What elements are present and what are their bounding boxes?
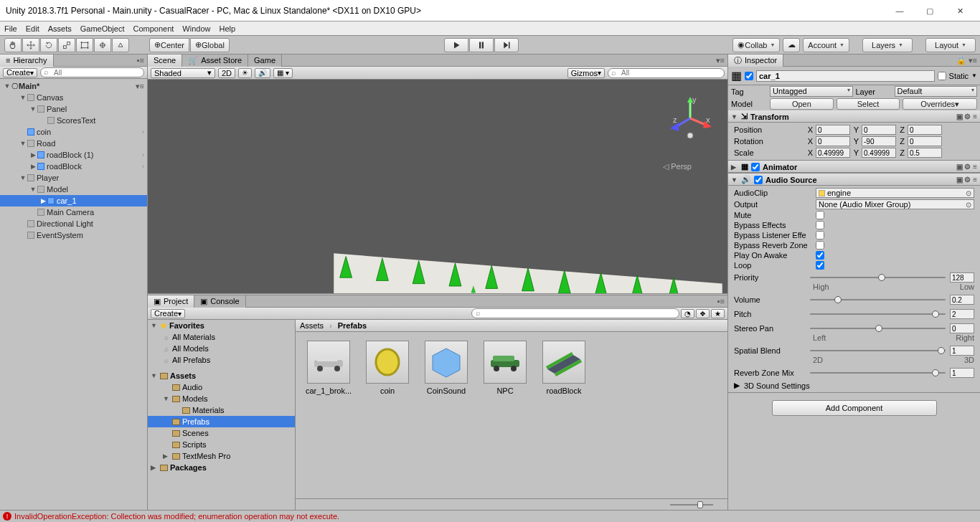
- folder-item[interactable]: Materials: [148, 404, 295, 416]
- stereo-input[interactable]: [950, 323, 974, 333]
- scene-search-input[interactable]: [608, 68, 725, 78]
- transform-tool-button[interactable]: [94, 38, 111, 52]
- pitch-slider[interactable]: [810, 313, 946, 315]
- menu-window[interactable]: Window: [182, 24, 210, 33]
- fx-toggle[interactable]: ▦ ▾: [273, 68, 293, 78]
- packages-header[interactable]: ▶Packages: [148, 462, 295, 473]
- rotation-x-input[interactable]: [816, 136, 850, 146]
- menu-component[interactable]: Component: [133, 24, 174, 33]
- hierarchy-create-button[interactable]: Create ▾: [3, 68, 37, 77]
- asset-store-tab[interactable]: 🛒 Asset Store: [182, 54, 248, 67]
- prefab-item[interactable]: roadBlock: [540, 341, 588, 395]
- menu-help[interactable]: Help: [219, 24, 235, 33]
- scale-tool-button[interactable]: [58, 38, 75, 52]
- audioclip-field[interactable]: engine: [816, 188, 974, 198]
- shading-mode-dropdown[interactable]: Shaded▾: [151, 68, 215, 78]
- pivot-center-button[interactable]: ⊕ Center: [149, 38, 189, 52]
- prefab-item[interactable]: car_1_brok...: [304, 341, 353, 395]
- hierarchy-item[interactable]: ▶roadBlock (1)›: [0, 149, 147, 161]
- favorite-item[interactable]: ⌕All Materials: [148, 331, 295, 343]
- audio-toggle[interactable]: 🔊: [255, 68, 270, 78]
- hierarchy-item[interactable]: EventSystem: [0, 229, 147, 241]
- project-thumbnail-slider[interactable]: [296, 498, 727, 510]
- project-search-input[interactable]: [471, 308, 679, 318]
- animator-enabled-checkbox[interactable]: [751, 163, 760, 171]
- assets-header[interactable]: ▼Assets: [148, 370, 295, 381]
- scale-y-input[interactable]: [862, 148, 896, 158]
- breadcrumb-item[interactable]: Assets: [300, 321, 324, 330]
- rotate-tool-button[interactable]: [40, 38, 57, 52]
- mute-checkbox[interactable]: [816, 211, 824, 219]
- audio-output-field[interactable]: None (Audio Mixer Group): [816, 199, 974, 209]
- position-y-input[interactable]: [862, 125, 896, 135]
- bypass-reverb-checkbox[interactable]: [816, 241, 824, 250]
- model-open-button[interactable]: Open: [770, 98, 834, 110]
- maximize-button[interactable]: ▢: [915, 3, 944, 19]
- gameobject-name-input[interactable]: [756, 70, 935, 82]
- audio-source-header[interactable]: ▼🔊 Audio Source▣ ⚙ ≡: [728, 174, 980, 186]
- menu-gameobject[interactable]: GameObject: [80, 24, 125, 33]
- volume-input[interactable]: [950, 295, 974, 305]
- hierarchy-item[interactable]: coin›: [0, 126, 147, 138]
- hierarchy-item[interactable]: ▼Canvas: [0, 92, 147, 103]
- scale-z-input[interactable]: [908, 148, 942, 158]
- gizmos-dropdown[interactable]: Gizmos ▾: [567, 68, 605, 78]
- project-create-button[interactable]: Create ▾: [151, 309, 185, 318]
- bypass-effects-checkbox[interactable]: [816, 221, 824, 229]
- add-component-button[interactable]: Add Component: [772, 400, 937, 416]
- folder-item[interactable]: Scenes: [148, 427, 295, 439]
- overrides-dropdown[interactable]: Overrides ▾: [903, 98, 977, 110]
- search-save-icon[interactable]: ★: [711, 309, 725, 318]
- move-tool-button[interactable]: [22, 38, 39, 52]
- favorite-item[interactable]: ⌕All Prefabs: [148, 354, 295, 366]
- scale-x-input[interactable]: [816, 148, 850, 158]
- panel-options-icon[interactable]: ▪≡: [715, 297, 727, 305]
- favorites-header[interactable]: ▼★Favorites: [148, 320, 295, 331]
- play-button[interactable]: [444, 38, 468, 52]
- folder-item-prefabs[interactable]: Prefabs: [148, 416, 295, 427]
- scene-view[interactable]: ◁ Persp yxz: [148, 80, 727, 293]
- reverb-slider[interactable]: [810, 372, 946, 374]
- mode-2d-toggle[interactable]: 2D: [218, 68, 235, 78]
- play-on-awake-checkbox[interactable]: [816, 251, 824, 260]
- stereo-slider[interactable]: [810, 328, 946, 329]
- spatial-input[interactable]: [950, 346, 974, 356]
- prefab-item[interactable]: NPC: [481, 341, 529, 395]
- hierarchy-item[interactable]: ▶roadBlock›: [0, 161, 147, 172]
- sound-3d-settings-header[interactable]: ▶3D Sound Settings: [731, 380, 977, 391]
- scene-orientation-gizmo[interactable]: yxz: [669, 97, 712, 140]
- hierarchy-item[interactable]: ▶car_1: [0, 195, 147, 207]
- layers-dropdown[interactable]: Layers: [862, 38, 913, 52]
- rotation-z-input[interactable]: [908, 136, 942, 146]
- menu-file[interactable]: File: [4, 24, 17, 33]
- loop-checkbox[interactable]: [816, 261, 824, 270]
- hierarchy-item[interactable]: ScoresText: [0, 115, 147, 126]
- model-select-button[interactable]: Select: [837, 98, 900, 110]
- audio-enabled-checkbox[interactable]: [754, 176, 763, 184]
- lighting-toggle[interactable]: ☀: [238, 68, 252, 78]
- priority-input[interactable]: [950, 272, 974, 283]
- volume-slider[interactable]: [810, 299, 946, 300]
- search-filter-icon[interactable]: ◔: [681, 309, 694, 318]
- folder-item[interactable]: ▼Models: [148, 393, 295, 404]
- spatial-slider[interactable]: [810, 350, 946, 351]
- project-tab[interactable]: ▣ Project: [148, 295, 194, 308]
- search-type-icon[interactable]: ❖: [696, 309, 710, 318]
- hierarchy-item[interactable]: Directional Light: [0, 218, 147, 229]
- prefab-item[interactable]: CoinSound: [422, 341, 471, 395]
- hierarchy-scene-root[interactable]: ▼⎔ Main*▾≡: [0, 80, 147, 92]
- layout-dropdown[interactable]: Layout: [925, 38, 976, 52]
- reverb-input[interactable]: [950, 368, 974, 378]
- folder-item[interactable]: ▶TextMesh Pro: [148, 450, 295, 462]
- transform-header[interactable]: ▼⇲ Transform▣ ⚙ ≡: [728, 110, 980, 123]
- hierarchy-item[interactable]: ▼Panel: [0, 103, 147, 115]
- hierarchy-item[interactable]: ▼Player: [0, 172, 147, 184]
- pause-button[interactable]: [469, 38, 494, 52]
- custom-tool-button[interactable]: [112, 38, 129, 52]
- position-x-input[interactable]: [816, 125, 850, 135]
- scene-tab[interactable]: Scene: [148, 54, 182, 67]
- folder-item[interactable]: Scripts: [148, 439, 295, 450]
- pitch-input[interactable]: [950, 309, 974, 319]
- console-tab[interactable]: ▣ Console: [194, 295, 245, 308]
- close-button[interactable]: ✕: [946, 3, 974, 19]
